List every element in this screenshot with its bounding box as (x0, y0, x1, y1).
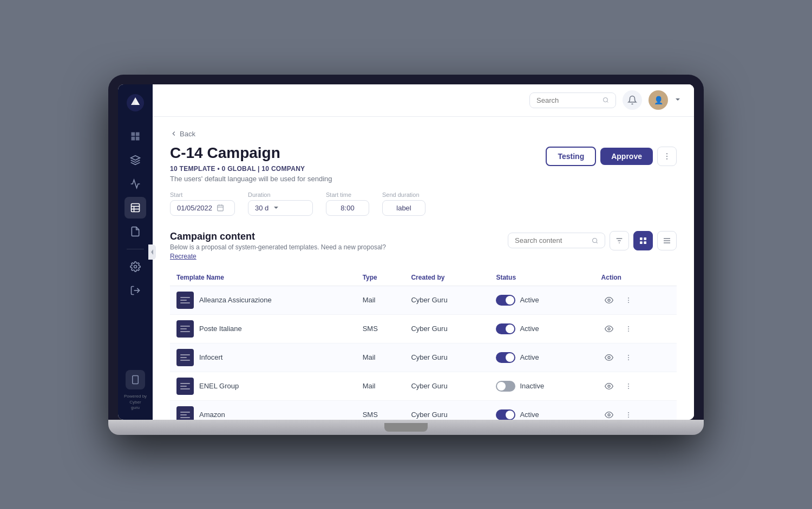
template-name: Poste Italiane (199, 325, 242, 333)
search-content-input[interactable] (515, 236, 587, 244)
more-dots-row-icon (625, 325, 632, 333)
status-toggle[interactable] (496, 323, 515, 334)
section-title: Campaign content (170, 231, 386, 242)
template-action (595, 400, 677, 420)
status-text: Active (520, 325, 539, 333)
start-time-input[interactable]: 8:00 (326, 200, 369, 216)
svg-point-33 (628, 302, 629, 303)
user-avatar[interactable]: 👤 (649, 90, 668, 110)
view-template-button[interactable] (601, 407, 617, 420)
date-row: Start 01/05/2022 Duration 30 d (170, 191, 677, 216)
status-toggle[interactable] (496, 295, 515, 306)
list-icon (663, 236, 671, 245)
recreate-link[interactable]: Recreate (170, 253, 197, 260)
back-link[interactable]: Back (170, 130, 677, 138)
sidebar-item-document[interactable] (125, 221, 146, 242)
sidebar: Powered by Cyber guru (118, 84, 153, 420)
svg-line-10 (607, 101, 608, 102)
eye-icon (605, 353, 613, 362)
sidebar-item-table[interactable] (125, 197, 146, 219)
svg-point-34 (608, 328, 610, 330)
table-row: Infocert MailCyber Guru Active (170, 343, 677, 372)
status-toggle[interactable] (496, 409, 515, 420)
col-created-by: Created by (404, 269, 489, 286)
table-row: ENEL Group MailCyber Guru Inactive (170, 372, 677, 400)
search-content[interactable] (508, 233, 605, 248)
svg-point-13 (666, 158, 667, 159)
template-action (595, 314, 677, 343)
grid-view-button[interactable] (633, 231, 653, 250)
view-template-button[interactable] (601, 350, 617, 365)
more-template-button[interactable] (621, 321, 636, 336)
filter-button[interactable] (610, 231, 629, 250)
svg-rect-1 (132, 203, 140, 211)
template-name: Amazon (199, 411, 225, 419)
duration-input[interactable]: 30 d (248, 200, 313, 216)
content-section-header: Campaign content Below is a proposal of … (170, 231, 677, 261)
more-template-button[interactable] (621, 293, 636, 308)
eye-icon (605, 382, 613, 391)
list-view-button[interactable] (657, 231, 677, 250)
more-template-button[interactable] (621, 379, 636, 394)
more-dots-row-icon (625, 411, 632, 419)
avatar-dropdown-arrow[interactable] (675, 95, 681, 105)
more-template-button[interactable] (621, 407, 636, 420)
svg-point-48 (628, 414, 629, 415)
back-label: Back (180, 130, 195, 138)
svg-rect-26 (644, 241, 646, 244)
status-toggle[interactable] (496, 352, 515, 363)
template-name-cell: Alleanza Assicurazione (170, 286, 356, 314)
page-body: Back C-14 Campaign 10 TEMPLATE • 0 GLOBA… (153, 117, 694, 420)
page-title: C-14 Campaign (170, 144, 332, 162)
view-template-button[interactable] (601, 293, 617, 308)
table-row: Poste Italiane SMSCyber Guru Active (170, 314, 677, 343)
sidebar-item-settings[interactable] (125, 256, 146, 277)
template-action (595, 343, 677, 372)
calendar-icon (217, 204, 224, 211)
svg-rect-23 (640, 237, 643, 240)
duration-field: Duration 30 d (248, 191, 313, 216)
eye-icon (605, 411, 613, 419)
svg-point-5 (134, 265, 137, 268)
col-template-name: Template Name (170, 269, 356, 286)
status-toggle[interactable] (496, 381, 515, 392)
sidebar-bottom: Powered by Cyber guru (124, 370, 147, 411)
send-duration-input[interactable]: label (382, 200, 425, 216)
testing-button[interactable]: Testing (546, 147, 596, 166)
template-thumbnail (176, 378, 194, 395)
filter-icon (615, 236, 624, 245)
status-text: Inactive (520, 382, 544, 390)
more-actions-button[interactable] (657, 147, 677, 166)
notification-button[interactable] (623, 90, 642, 110)
start-label: Start (170, 191, 235, 198)
template-created-by: Cyber Guru (404, 314, 489, 343)
sidebar-item-layers[interactable] (125, 149, 146, 171)
template-thumbnail (176, 320, 194, 338)
sidebar-item-dashboard[interactable] (125, 125, 146, 147)
template-thumbnail (176, 406, 194, 420)
template-status: Active (489, 314, 594, 343)
template-status: Active (489, 286, 594, 314)
template-status: Active (489, 343, 594, 372)
more-template-button[interactable] (621, 350, 636, 365)
svg-point-30 (608, 299, 610, 301)
sidebar-item-analytics[interactable] (125, 173, 146, 195)
header-search[interactable] (529, 92, 616, 108)
sidebar-item-logout[interactable] (125, 280, 146, 301)
back-arrow-icon (170, 130, 178, 137)
content-toolbar (508, 231, 677, 250)
svg-rect-25 (640, 241, 643, 244)
approve-button[interactable]: Approve (600, 148, 653, 165)
svg-point-49 (628, 417, 629, 418)
sidebar-divider (127, 249, 144, 249)
view-template-button[interactable] (601, 321, 617, 336)
search-content-icon (592, 237, 598, 244)
start-field: Start 01/05/2022 (170, 191, 235, 216)
header-search-input[interactable] (536, 96, 598, 104)
main-content: 👤 Back C-14 Campaign 10 TEMPLATE • 0 GLO… (153, 84, 694, 420)
start-input[interactable]: 01/05/2022 (170, 200, 235, 216)
view-template-button[interactable] (601, 379, 617, 394)
duration-label: Duration (248, 191, 313, 198)
template-thumbnail (176, 349, 194, 366)
sidebar-collapse-handle[interactable] (148, 244, 156, 260)
